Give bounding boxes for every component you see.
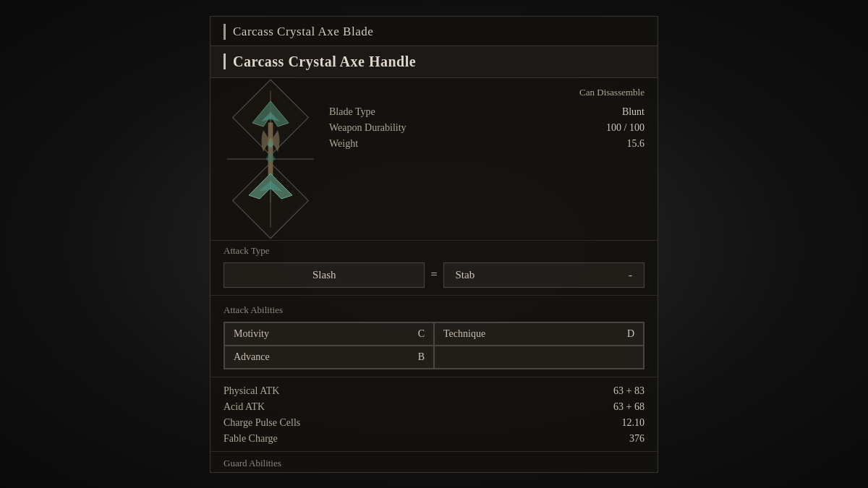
ability-advance: Advance B bbox=[224, 346, 434, 369]
weapon-info-panel: Carcass Crystal Axe Blade Carcass Crysta… bbox=[210, 16, 658, 473]
weight-label: Weight bbox=[329, 138, 358, 150]
acid-atk-row: Acid ATK 63 + 68 bbox=[224, 399, 644, 415]
abilities-section: Attack Abilities Motivity C Technique D … bbox=[210, 296, 658, 377]
charge-pulse-row: Charge Pulse Cells 12.10 bbox=[224, 415, 644, 431]
ability-technique-grade: D bbox=[627, 328, 634, 340]
attack-stab-box: Stab - bbox=[443, 262, 644, 288]
durability-label: Weapon Durability bbox=[329, 122, 407, 134]
acid-atk-value: 63 + 68 bbox=[613, 401, 644, 413]
blade-type-label: Blade Type bbox=[329, 106, 375, 118]
durability-row: Weapon Durability 100 / 100 bbox=[329, 121, 644, 134]
diamond-frame bbox=[227, 90, 314, 228]
attack-type-heading: Attack Type bbox=[224, 241, 644, 262]
blade-title: Carcass Crystal Axe Blade bbox=[233, 25, 373, 39]
ability-technique-name: Technique bbox=[443, 328, 485, 340]
svg-marker-7 bbox=[265, 152, 276, 163]
blade-title-row: Carcass Crystal Axe Blade bbox=[210, 17, 658, 46]
physical-atk-row: Physical ATK 63 + 83 bbox=[224, 383, 644, 399]
atk-section: Physical ATK 63 + 83 Acid ATK 63 + 68 Ch… bbox=[210, 377, 658, 452]
charge-pulse-value: 12.10 bbox=[622, 417, 645, 429]
stats-area: Can Disassemble Blade Type Blunt Weapon … bbox=[329, 87, 644, 231]
attack-slash-box: Slash bbox=[224, 262, 425, 288]
can-disassemble: Can Disassemble bbox=[329, 87, 644, 98]
ability-technique: Technique D bbox=[434, 322, 644, 346]
fable-charge-label: Fable Charge bbox=[224, 433, 278, 445]
ability-empty bbox=[434, 346, 644, 369]
weapon-illustration bbox=[231, 94, 310, 224]
attack-stab-label: Stab bbox=[456, 269, 475, 281]
handle-title-indicator bbox=[224, 53, 226, 69]
charge-pulse-label: Charge Pulse Cells bbox=[224, 417, 300, 429]
main-content: Can Disassemble Blade Type Blunt Weapon … bbox=[210, 78, 658, 241]
title-indicator bbox=[224, 24, 226, 40]
acid-atk-label: Acid ATK bbox=[224, 401, 265, 413]
abilities-heading: Attack Abilities bbox=[224, 300, 644, 322]
weapon-image bbox=[224, 87, 318, 231]
handle-title: Carcass Crystal Axe Handle bbox=[233, 53, 416, 70]
ability-motivity-grade: C bbox=[418, 328, 425, 340]
attack-type-section: Attack Type Slash = Stab - bbox=[210, 241, 658, 296]
attack-type-row: Slash = Stab - bbox=[224, 262, 644, 288]
ability-advance-name: Advance bbox=[234, 351, 270, 363]
weight-value: 15.6 bbox=[627, 138, 645, 150]
physical-atk-label: Physical ATK bbox=[224, 385, 279, 397]
blade-type-row: Blade Type Blunt bbox=[329, 106, 644, 119]
abilities-grid: Motivity C Technique D Advance B bbox=[224, 322, 644, 369]
attack-equals: = bbox=[425, 262, 443, 288]
fable-charge-value: 376 bbox=[629, 433, 644, 445]
fable-charge-row: Fable Charge 376 bbox=[224, 431, 644, 447]
attack-stab-extra: - bbox=[629, 269, 632, 281]
ability-motivity-name: Motivity bbox=[234, 328, 269, 340]
guard-heading: Guard Abilities bbox=[224, 458, 644, 469]
handle-title-row: Carcass Crystal Axe Handle bbox=[210, 46, 658, 78]
ability-advance-grade: B bbox=[418, 351, 425, 363]
weight-row: Weight 15.6 bbox=[329, 137, 644, 150]
durability-value: 100 / 100 bbox=[606, 122, 644, 134]
guard-section: Guard Abilities bbox=[210, 452, 658, 472]
ability-motivity: Motivity C bbox=[224, 322, 434, 346]
blade-type-value: Blunt bbox=[622, 106, 644, 118]
physical-atk-value: 63 + 83 bbox=[613, 385, 644, 397]
